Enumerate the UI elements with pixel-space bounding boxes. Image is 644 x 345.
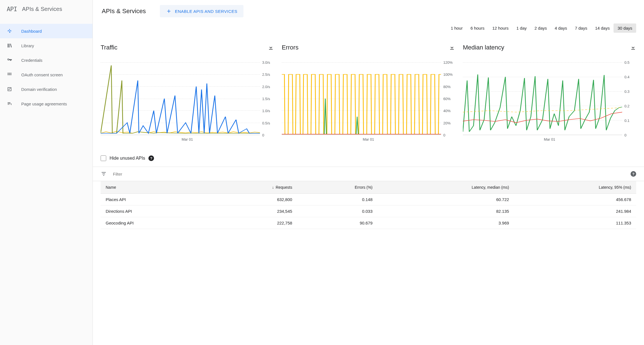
charts-row: Traffic xyxy=(93,36,644,147)
svg-rect-6 xyxy=(9,73,10,74)
library-icon xyxy=(6,42,13,49)
hide-unused-row: Hide unused APIs ? xyxy=(93,147,644,167)
sidebar-item-label: OAuth consent screen xyxy=(21,72,63,77)
filter-input[interactable] xyxy=(113,172,624,176)
filter-bar: ? xyxy=(93,167,644,181)
sidebar-item-dashboard[interactable]: Dashboard xyxy=(0,24,93,38)
chart-median-latency: Median latency xyxy=(463,44,636,141)
col-requests[interactable]: ↓Requests xyxy=(210,181,297,194)
download-icon[interactable] xyxy=(449,44,455,51)
enable-apis-button[interactable]: ENABLE APIS AND SERVICES xyxy=(160,5,243,17)
sidebar-item-page-usage-agreements[interactable]: Page usage agreements xyxy=(0,96,93,111)
table-row[interactable]: Places API 632,800 0.148 60.722 456.678 xyxy=(101,194,636,205)
svg-rect-5 xyxy=(8,73,8,74)
consent-icon xyxy=(6,71,13,78)
key-icon xyxy=(6,57,13,63)
svg-rect-7 xyxy=(10,73,11,74)
svg-point-2 xyxy=(11,31,11,32)
download-icon[interactable] xyxy=(630,44,636,51)
agreement-icon xyxy=(6,100,13,107)
time-tab-12h[interactable]: 12 hours xyxy=(488,23,512,33)
svg-point-4 xyxy=(9,32,10,33)
sidebar-nav: Dashboard Library Credentials OAuth cons… xyxy=(0,19,93,111)
download-icon[interactable] xyxy=(268,44,274,51)
chart-yaxis: 120% 100% 80% 60% 40% 20% 0 xyxy=(441,62,455,135)
help-icon[interactable]: ? xyxy=(631,171,636,177)
svg-point-3 xyxy=(9,29,10,30)
enable-apis-label: ENABLE APIS AND SERVICES xyxy=(175,9,237,14)
plus-icon xyxy=(166,8,172,14)
chart-title: Median latency xyxy=(463,44,504,51)
hide-unused-checkbox[interactable] xyxy=(101,155,106,161)
time-tab-2d[interactable]: 2 days xyxy=(531,23,551,33)
sidebar-item-library[interactable]: Library xyxy=(0,38,93,53)
apis-table: Name ↓Requests Errors (%) Latency, media… xyxy=(101,181,636,229)
svg-rect-10 xyxy=(10,74,11,75)
time-tab-1d[interactable]: 1 day xyxy=(513,23,531,33)
time-tab-1h[interactable]: 1 hour xyxy=(447,23,467,33)
chart-traffic: Traffic xyxy=(101,44,274,141)
sidebar-item-oauth-consent[interactable]: OAuth consent screen xyxy=(0,67,93,82)
main-content: APIs & Services ENABLE APIS AND SERVICES… xyxy=(93,0,644,345)
help-icon[interactable]: ? xyxy=(148,155,154,161)
sidebar-header: API APIs & Services xyxy=(0,0,93,19)
chart-xaxis: Mar 01 xyxy=(282,135,455,141)
sidebar-title: APIs & Services xyxy=(22,6,62,12)
col-latency-median[interactable]: Latency, median (ms) xyxy=(378,181,514,194)
hide-unused-label: Hide unused APIs xyxy=(110,156,145,161)
sidebar-item-label: Library xyxy=(21,43,34,48)
check-icon xyxy=(6,86,13,93)
chart-title: Traffic xyxy=(101,44,117,51)
page-title: APIs & Services xyxy=(102,8,146,15)
time-tab-30d[interactable]: 30 days xyxy=(614,23,636,33)
chart-errors: Errors xyxy=(282,44,455,141)
time-range-tabs: 1 hour 6 hours 12 hours 1 day 2 days 4 d… xyxy=(93,22,644,36)
chart-yaxis: 3.0/s 2.5/s 2.0/s 1.5/s 1.0/s 0.5/s 0 xyxy=(260,62,274,135)
col-name[interactable]: Name xyxy=(101,181,210,194)
svg-rect-9 xyxy=(9,74,10,75)
chart-yaxis: 0.5 0.4 0.3 0.2 0.1 0 xyxy=(622,62,636,135)
chart-lines xyxy=(282,62,441,135)
sort-arrow-down-icon: ↓ xyxy=(272,185,274,190)
time-tab-14d[interactable]: 14 days xyxy=(591,23,614,33)
svg-point-1 xyxy=(8,31,9,32)
sidebar-item-domain-verification[interactable]: Domain verification xyxy=(0,82,93,96)
col-latency-95[interactable]: Latency, 95% (ms) xyxy=(514,181,636,194)
chart-xaxis: Mar 01 xyxy=(463,135,636,141)
sidebar-item-label: Domain verification xyxy=(21,87,57,92)
sidebar-item-credentials[interactable]: Credentials xyxy=(0,53,93,67)
sidebar-item-label: Dashboard xyxy=(21,29,42,34)
filter-icon[interactable] xyxy=(101,171,107,177)
sidebar: API APIs & Services Dashboard Library xyxy=(0,0,93,345)
sidebar-item-label: Credentials xyxy=(21,58,42,63)
dashboard-icon xyxy=(6,28,13,34)
time-tab-4d[interactable]: 4 days xyxy=(551,23,571,33)
sidebar-item-label: Page usage agreements xyxy=(21,101,67,106)
table-row[interactable]: Geocoding API 222,758 90.679 3.969 111.3… xyxy=(101,217,636,229)
table-row[interactable]: Directions API 234,545 0.033 82.135 241.… xyxy=(101,205,636,217)
chart-title: Errors xyxy=(282,44,299,51)
chart-lines xyxy=(463,62,622,135)
svg-rect-8 xyxy=(8,74,8,75)
chart-xaxis: Mar 01 xyxy=(101,135,274,141)
chart-plot xyxy=(282,62,441,135)
col-errors[interactable]: Errors (%) xyxy=(297,181,377,194)
time-tab-6h[interactable]: 6 hours xyxy=(467,23,488,33)
topbar: APIs & Services ENABLE APIS AND SERVICES xyxy=(93,0,644,22)
chart-plot xyxy=(101,62,260,135)
api-logo: API xyxy=(7,6,17,13)
chart-lines xyxy=(101,62,260,135)
svg-point-0 xyxy=(9,30,10,31)
chart-plot xyxy=(463,62,622,135)
time-tab-7d[interactable]: 7 days xyxy=(571,23,591,33)
